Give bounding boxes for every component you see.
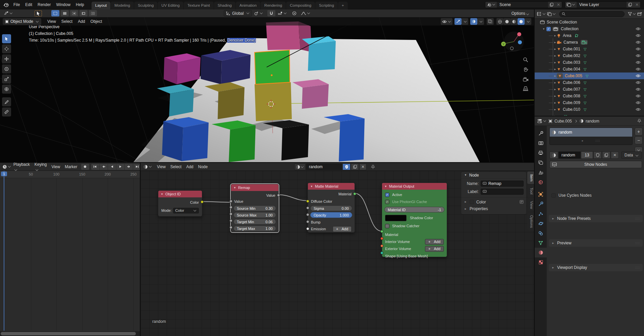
view-layer-browse-icon[interactable] (565, 2, 577, 8)
outliner-editor-type-icon[interactable] (537, 12, 546, 16)
view-layer-remove-icon[interactable]: ✕ (634, 2, 640, 8)
proportional-editing-icon[interactable] (290, 10, 299, 16)
tab-shading[interactable]: Shading (214, 2, 235, 9)
prev-keyframe-icon[interactable] (100, 164, 108, 170)
current-frame-badge[interactable]: 1 (1, 172, 7, 176)
tab-texture-paint[interactable]: Texture Paint (184, 2, 214, 9)
outliner-row-cube001[interactable]: ►▼Cube.001▽ (535, 46, 644, 52)
transform-orientation-dropdown[interactable]: Global (224, 10, 252, 16)
socket-source-max[interactable] (229, 212, 232, 215)
add-slot-button[interactable]: + (635, 128, 643, 136)
active-checkbox[interactable]: ✓ (385, 193, 389, 197)
slot-list-grip[interactable]: ▸ :::: (550, 137, 632, 145)
tab-texture-icon[interactable] (535, 257, 547, 267)
outliner-row-cube006[interactable]: ►▼Cube.006▽ (535, 79, 644, 86)
expand-icon[interactable]: ► (553, 34, 557, 37)
tab-object-data-icon[interactable] (535, 238, 547, 248)
panel-preview[interactable]: ►Preview:::: (549, 239, 643, 247)
socket-value-out[interactable] (277, 194, 280, 197)
shading-dropdown[interactable] (525, 18, 531, 25)
play-reverse-icon[interactable] (108, 164, 116, 170)
tab-constraints-icon[interactable] (535, 228, 547, 238)
pivot-point-dropdown[interactable] (253, 10, 264, 16)
tool-annotate-icon[interactable] (2, 97, 11, 106)
tab-tool-icon[interactable] (535, 129, 547, 138)
outliner-row-scene-collection[interactable]: Scene Collection (535, 19, 644, 26)
socket-target-min[interactable] (229, 219, 232, 222)
eye-icon[interactable] (636, 27, 641, 31)
tab-rendering[interactable]: Rendering (261, 2, 286, 9)
socket-interior-volume-in[interactable] (380, 237, 383, 240)
node-label-input[interactable] (481, 189, 524, 195)
jump-to-start-icon[interactable] (91, 164, 99, 170)
outliner-row-cube007[interactable]: ►▼Cube.007▽ (535, 86, 644, 93)
select-mode-intersect-icon[interactable] (89, 10, 97, 16)
pin-icon[interactable] (371, 163, 375, 170)
tab-physics-icon[interactable] (535, 219, 547, 228)
menu-render[interactable]: Render (35, 2, 53, 7)
outliner-row-collection[interactable]: ▼ ✓ Collection (535, 26, 644, 32)
snap-magnet-icon[interactable] (267, 10, 275, 16)
tab-sculpting[interactable]: Sculpting (134, 2, 157, 9)
outliner-row-camera[interactable]: ► Camera (535, 39, 644, 46)
timeline-editor-type-icon[interactable] (2, 164, 11, 169)
eye-icon[interactable] (636, 81, 641, 84)
eye-icon[interactable] (636, 34, 641, 37)
scene-new-icon[interactable] (548, 2, 555, 8)
auto-keying-record-icon[interactable] (81, 164, 89, 170)
collapse-icon[interactable]: ▼ (542, 28, 545, 31)
tab-compositing[interactable]: Compositing (286, 2, 315, 9)
mesh-data-icon[interactable]: ▽ (584, 108, 586, 111)
scene-browse-icon[interactable] (485, 2, 497, 8)
unlink-material-icon[interactable]: ✕ (611, 151, 619, 159)
timeline-scrollbar[interactable] (0, 331, 140, 336)
active-tool-select-box[interactable] (35, 10, 42, 16)
menu-edit[interactable]: Edit (22, 2, 35, 7)
socket-target-max[interactable] (229, 226, 232, 229)
play-icon[interactable] (116, 164, 124, 170)
tab-object-icon[interactable] (535, 189, 547, 199)
sidebar-tab-options[interactable]: Options (527, 212, 534, 231)
shadow-catcher-checkbox[interactable] (385, 224, 389, 228)
outliner-row-area[interactable]: ► Area (535, 32, 644, 39)
sidebar-tab-item[interactable]: Item (527, 172, 534, 184)
eye-icon[interactable] (636, 61, 641, 64)
properties-panel-row[interactable]: ► Properties (461, 205, 526, 212)
camera-view-icon[interactable] (523, 77, 529, 82)
tool-move-icon[interactable] (2, 54, 11, 63)
mesh-data-icon[interactable]: ▽ (584, 81, 586, 85)
tool-cursor-icon[interactable] (2, 44, 11, 53)
outliner-row-partial[interactable]: ►▬▽ (535, 113, 644, 116)
next-keyframe-icon[interactable] (125, 164, 133, 170)
panel-node-tree-presets[interactable]: ►Node Tree Presets:::: (549, 215, 643, 222)
node-menu-select[interactable]: Select (168, 164, 184, 169)
color-presets-icon[interactable] (520, 200, 524, 204)
outliner-row-cube009[interactable]: ►▼Cube.009▽ (535, 99, 644, 106)
node-menu-add[interactable]: Add (184, 164, 196, 169)
overlays-dropdown[interactable] (477, 18, 484, 25)
tab-modeling[interactable]: Modeling (111, 2, 134, 9)
use-cycles-nodes-checkbox[interactable] (551, 193, 556, 198)
field-opacity[interactable]: Opacity1.000 (310, 212, 352, 218)
sidebar-tab-view[interactable]: View (527, 198, 534, 212)
eye-icon[interactable] (636, 54, 641, 57)
mesh-data-icon[interactable]: ▽ (584, 54, 586, 58)
jump-to-end-icon[interactable] (133, 164, 140, 170)
pin-icon[interactable] (637, 119, 641, 123)
node-material-output[interactable]: ▼Material Output ✓Active ✓Use PhotonGI C… (382, 183, 447, 257)
eye-icon[interactable] (636, 41, 641, 44)
select-mode-new-icon[interactable] (51, 10, 59, 16)
socket-color-out[interactable] (201, 200, 204, 203)
viewport-menu-object[interactable]: Object (88, 19, 105, 24)
scene-unlink-icon[interactable]: ✕ (555, 2, 562, 8)
socket-diffuse-in[interactable] (306, 200, 309, 203)
photongi-checkbox[interactable]: ✓ (385, 200, 389, 204)
tab-scripting[interactable]: Scripting (315, 2, 338, 9)
field-source-min[interactable]: Source Min0.30 (233, 205, 276, 211)
eye-icon[interactable] (636, 74, 641, 78)
eye-icon[interactable] (636, 108, 641, 111)
tab-animation[interactable]: Animation (236, 2, 260, 9)
tab-uv-editing[interactable]: UV Editing (158, 2, 183, 9)
node-remap[interactable]: ▼Remap Value Value Source Min0.30 Source… (231, 184, 279, 232)
sidebar-tab-tool[interactable]: Tool (527, 185, 534, 197)
